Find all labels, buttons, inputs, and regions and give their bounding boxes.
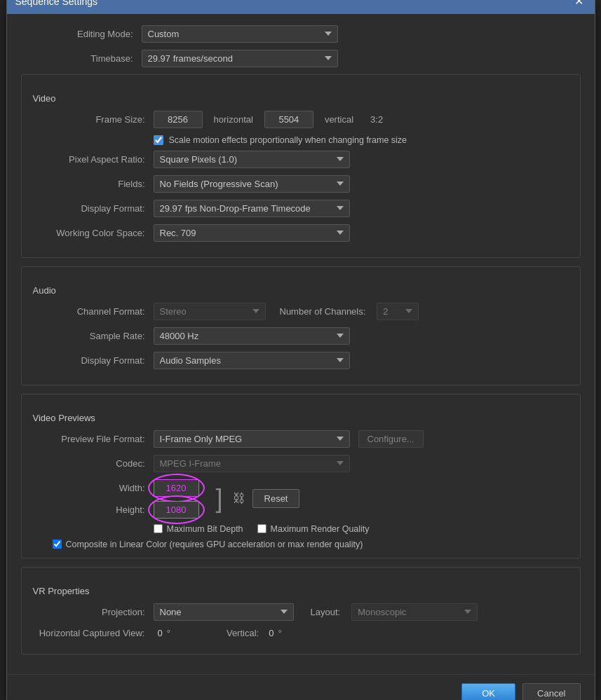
video-previews-header: Video Previews	[33, 413, 569, 423]
sample-rate-select[interactable]: 48000 Hz	[154, 327, 350, 345]
quality-checkboxes-row: Maximum Bit Depth Maximum Render Quality	[154, 524, 569, 534]
dialog-footer: OK Cancel	[7, 674, 595, 701]
fields-label: Fields:	[33, 179, 145, 189]
ok-button[interactable]: OK	[461, 683, 515, 701]
vertical-deg-symbol: °	[278, 628, 281, 638]
editing-mode-select[interactable]: Custom	[142, 25, 338, 43]
sample-rate-row: Sample Rate: 48000 Hz	[33, 327, 569, 345]
preview-height-input[interactable]	[154, 501, 199, 519]
projection-row: Projection: None Layout: Monoscopic	[33, 603, 569, 621]
horiz-deg-symbol: °	[167, 628, 170, 638]
preview-file-format-select[interactable]: I-Frame Only MPEG	[154, 430, 350, 448]
pixel-aspect-ratio-row: Pixel Aspect Ratio: Square Pixels (1.0)	[33, 151, 569, 168]
captured-view-row: Horizontal Captured View: 0 ° Vertical: …	[33, 628, 569, 638]
scale-checkbox-row: Scale motion effects proportionally when…	[154, 135, 569, 145]
display-format-audio-select[interactable]: Audio Samples	[154, 352, 350, 369]
preview-width-row: Width:	[33, 479, 199, 497]
scale-checkbox[interactable]	[154, 135, 163, 145]
vertical-value: 0	[269, 628, 274, 638]
frame-size-row: Frame Size: horizontal vertical 3:2	[33, 111, 569, 128]
vertical-label: vertical	[325, 114, 353, 125]
vr-section-header: VR Properties	[33, 586, 569, 596]
timebase-row: Timebase: 29.97 frames/second	[21, 50, 581, 67]
cancel-button[interactable]: Cancel	[522, 683, 580, 701]
codec-label: Codec:	[33, 458, 145, 469]
max-render-quality-label: Maximum Render Quality	[271, 524, 370, 534]
timebase-select[interactable]: 29.97 frames/second	[142, 50, 338, 67]
preview-width-input[interactable]	[154, 479, 199, 497]
codec-row: Codec: MPEG I-Frame	[33, 455, 569, 472]
preview-file-format-label: Preview File Format:	[33, 434, 145, 444]
editing-mode-row: Editing Mode: Custom	[21, 25, 581, 43]
frame-size-vertical-input[interactable]	[264, 111, 313, 128]
audio-section: Audio Channel Format: Stereo Number of C…	[21, 266, 581, 385]
preview-height-highlight	[154, 501, 199, 519]
layout-label: Layout:	[311, 607, 341, 617]
close-button[interactable]: ✕	[572, 0, 586, 8]
max-bit-depth-label: Maximum Bit Depth	[167, 524, 243, 534]
composite-linear-checkbox[interactable]	[53, 540, 62, 549]
link-bracket-icon: ]	[216, 484, 223, 514]
preview-width-label: Width:	[33, 483, 145, 493]
fields-select[interactable]: No Fields (Progressive Scan)	[154, 175, 350, 193]
frame-size-label: Frame Size:	[33, 114, 145, 125]
max-render-quality-checkbox[interactable]	[257, 524, 266, 533]
channel-format-select[interactable]: Stereo	[154, 303, 266, 320]
video-section-header: Video	[33, 93, 569, 104]
display-format-video-label: Display Format:	[33, 203, 145, 214]
timebase-label: Timebase:	[21, 53, 133, 64]
preview-file-format-row: Preview File Format: I-Frame Only MPEG C…	[33, 430, 569, 448]
pixel-aspect-ratio-label: Pixel Aspect Ratio:	[33, 154, 145, 165]
horizontal-label: horizontal	[214, 114, 253, 125]
title-bar: Sequence Settings ✕	[7, 0, 595, 14]
video-previews-section: Video Previews Preview File Format: I-Fr…	[21, 394, 581, 558]
working-color-space-select[interactable]: Rec. 709	[154, 224, 350, 242]
video-section: Video Frame Size: horizontal vertical 3:…	[21, 74, 581, 258]
configure-button[interactable]: Configure...	[358, 430, 424, 448]
reset-button[interactable]: Reset	[252, 489, 300, 508]
working-color-space-label: Working Color Space:	[33, 228, 145, 238]
display-format-audio-label: Display Format:	[33, 355, 145, 366]
frame-size-horizontal-input[interactable]	[154, 111, 203, 128]
working-color-space-row: Working Color Space: Rec. 709	[33, 224, 569, 242]
projection-label: Projection:	[33, 607, 145, 617]
projection-select[interactable]: None	[154, 603, 294, 621]
link-chain-icon: ⛓	[233, 491, 245, 506]
sample-rate-label: Sample Rate:	[33, 331, 145, 341]
pixel-aspect-ratio-select[interactable]: Square Pixels (1.0)	[154, 151, 350, 168]
display-format-video-row: Display Format: 29.97 fps Non-Drop-Frame…	[33, 200, 569, 217]
dialog-body: Editing Mode: Custom Timebase: 29.97 fra…	[7, 14, 595, 674]
channel-format-row: Channel Format: Stereo Number of Channel…	[33, 303, 569, 320]
vertical-label: Vertical:	[227, 628, 259, 638]
display-format-audio-row: Display Format: Audio Samples	[33, 352, 569, 369]
preview-dimensions: Width: Height:	[33, 479, 199, 519]
codec-select[interactable]: MPEG I-Frame	[154, 455, 350, 472]
fields-row: Fields: No Fields (Progressive Scan)	[33, 175, 569, 193]
channel-format-label: Channel Format:	[33, 306, 145, 317]
scale-checkbox-label: Scale motion effects proportionally when…	[169, 135, 407, 145]
max-bit-depth-checkbox[interactable]	[154, 524, 163, 533]
num-channels-select[interactable]: 2	[377, 303, 419, 320]
horiz-captured-value: 0	[158, 628, 163, 638]
preview-dimensions-container: Width: Height: ] ⛓ Reset	[33, 479, 569, 519]
preview-width-highlight	[154, 479, 199, 497]
horiz-captured-label: Horizontal Captured View:	[33, 628, 145, 638]
sequence-settings-dialog: Sequence Settings ✕ Editing Mode: Custom…	[6, 0, 595, 700]
frame-size-inputs: horizontal vertical 3:2	[154, 111, 384, 128]
aspect-ratio: 3:2	[370, 114, 383, 125]
vr-section: VR Properties Projection: None Layout: M…	[21, 567, 581, 654]
display-format-video-select[interactable]: 29.97 fps Non-Drop-Frame Timecode	[154, 200, 350, 217]
composite-linear-row: Composite in Linear Color (requires GPU …	[53, 540, 569, 549]
composite-linear-label: Composite in Linear Color (requires GPU …	[66, 540, 363, 549]
layout-select[interactable]: Monoscopic	[351, 603, 478, 621]
dialog-title: Sequence Settings	[15, 0, 98, 7]
editing-mode-label: Editing Mode:	[21, 29, 133, 39]
num-channels-label: Number of Channels:	[280, 306, 366, 317]
preview-height-label: Height:	[33, 505, 145, 515]
audio-section-header: Audio	[33, 285, 569, 296]
preview-height-row: Height:	[33, 501, 199, 519]
